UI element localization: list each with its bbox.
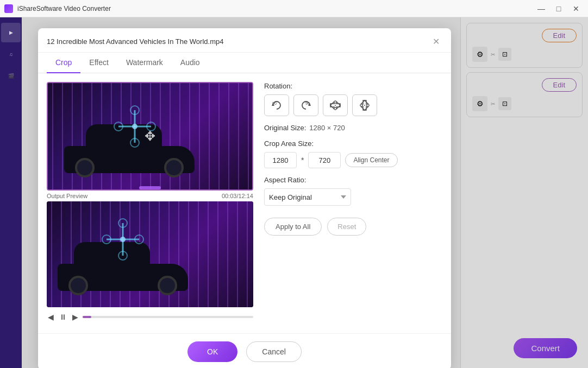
flip-vertical-button[interactable]	[352, 94, 377, 116]
sidebar: ▶ ♫ 🎬	[0, 17, 22, 368]
content-area: Edit ⚙ ✂ ⊡ Edit ⚙ ✂ ⊡ Convert	[22, 17, 588, 368]
ok-button[interactable]: OK	[187, 341, 237, 362]
svg-point-9	[120, 237, 126, 242]
output-wheel-2	[158, 276, 177, 295]
move-cursor-icon: ✥	[145, 129, 155, 144]
dialog-footer: OK Cancel	[38, 333, 451, 368]
apply-to-all-button[interactable]: Apply to All	[264, 218, 322, 236]
sidebar-item-video2[interactable]: 🎬	[1, 66, 21, 86]
aspect-ratio-label: Aspect Ratio:	[264, 176, 442, 184]
app-icon	[4, 4, 13, 13]
tab-effect[interactable]: Effect	[80, 53, 117, 73]
output-preview-video	[47, 201, 253, 307]
window-close-button[interactable]: ✕	[568, 3, 584, 14]
video-background: ✥	[48, 83, 252, 189]
dialog-title-bar: 12 Incredible Most Advanced Vehicles In …	[38, 28, 451, 53]
rotation-label: Rotation:	[264, 82, 442, 90]
app-title: iShareSoftware Video Converter	[17, 5, 111, 12]
output-drone	[101, 218, 145, 263]
align-center-button[interactable]: Align Center	[345, 153, 397, 167]
progress-fill	[83, 316, 91, 318]
car-wheel-1	[75, 158, 95, 177]
progress-bar[interactable]	[83, 316, 253, 318]
crop-handle-bottom[interactable]	[139, 186, 161, 189]
rotation-section: Rotation: 90	[264, 82, 442, 116]
original-size-value: 1280 × 720	[309, 124, 345, 132]
play-pause-button[interactable]: ⏸	[58, 312, 68, 322]
minimize-button[interactable]: —	[534, 3, 549, 14]
output-video-bg	[47, 201, 253, 307]
controls-panel: Rotation: 90	[264, 82, 442, 325]
video-timestamp: 00:03/12:14	[222, 193, 253, 199]
aspect-ratio-select[interactable]: Keep Original 16:9 4:3 1:1 9:16	[264, 188, 351, 206]
original-size-label: Original Size:	[264, 124, 306, 132]
dialog-body: ✥ Output Preview 00:03/12:14	[38, 73, 451, 333]
tab-audio[interactable]: Audio	[172, 53, 209, 73]
sidebar-item-audio[interactable]: ♫	[1, 45, 21, 64]
sidebar-item-video[interactable]: ▶	[1, 23, 21, 42]
reset-button[interactable]: Reset	[327, 218, 366, 236]
cancel-button[interactable]: Cancel	[246, 341, 302, 362]
action-row: Apply to All Reset	[264, 218, 442, 236]
video-controls: ◀ ⏸ ▶	[47, 309, 253, 325]
crop-width-input[interactable]	[264, 152, 297, 168]
next-frame-button[interactable]: ▶	[71, 312, 79, 322]
dialog-tabs: Crop Effect Watermark Audio	[38, 53, 451, 73]
maximize-button[interactable]: □	[551, 3, 566, 14]
preview-area: ✥ Output Preview 00:03/12:14	[47, 82, 253, 325]
rotate-right-button[interactable]: 90	[293, 94, 318, 116]
preview-labels: Output Preview 00:03/12:14	[47, 193, 253, 199]
dialog-title: 12 Incredible Most Advanced Vehicles In …	[47, 37, 223, 46]
tab-crop[interactable]: Crop	[47, 53, 80, 73]
prev-frame-button[interactable]: ◀	[47, 312, 55, 322]
app-body: ▶ ♫ 🎬 Edit ⚙ ✂ ⊡ Edit	[0, 17, 588, 368]
tab-watermark[interactable]: Watermark	[117, 53, 172, 73]
output-wheel-1	[68, 276, 88, 295]
crop-area-section: Crop Area Size: * Align Center	[264, 139, 442, 168]
crop-area-label: Crop Area Size:	[264, 139, 442, 148]
output-car-body	[58, 264, 188, 291]
rotation-buttons: 90 90	[264, 94, 442, 116]
aspect-ratio-section: Aspect Ratio: Keep Original 16:9 4:3 1:1…	[264, 176, 442, 206]
video-preview-main: ✥	[47, 82, 253, 191]
crop-inputs: * Align Center	[264, 152, 442, 168]
flip-horizontal-button[interactable]	[323, 94, 348, 116]
title-bar-left: iShareSoftware Video Converter	[4, 4, 111, 13]
rotate-left-button[interactable]: 90	[264, 94, 289, 116]
original-size-section: Original Size: 1280 × 720	[264, 124, 442, 132]
output-preview-label: Output Preview	[47, 193, 87, 199]
window-controls: — □ ✕	[534, 3, 584, 14]
multiply-symbol: *	[301, 156, 304, 164]
edit-dialog: 12 Incredible Most Advanced Vehicles In …	[38, 28, 451, 368]
svg-point-2	[132, 124, 137, 129]
title-bar: iShareSoftware Video Converter — □ ✕	[0, 0, 588, 17]
dialog-close-button[interactable]: ✕	[429, 35, 442, 48]
car-wheel-2	[164, 158, 184, 177]
crop-height-input[interactable]	[308, 152, 341, 168]
